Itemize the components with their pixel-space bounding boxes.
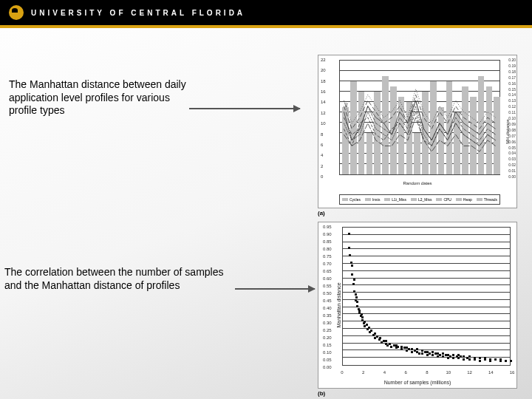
- chart-a-ytick-right: 0.10: [508, 116, 516, 120]
- chart-a-legend: CyclesInstsL1i_MissL2_MissCPUHeapThreads: [339, 194, 500, 205]
- chart-a-ytick-right: 0.14: [508, 92, 516, 97]
- chart-a-ytick-right: 0.07: [508, 134, 516, 138]
- chart-b-xtick: 0: [341, 370, 343, 375]
- chart-b-xtick: 12: [467, 370, 472, 375]
- chart-a-ytick-right: 0.03: [508, 157, 516, 161]
- slide-content: The Manhattan distance between daily app…: [0, 28, 532, 396]
- chart-a-ytick-right: 0.00: [508, 174, 516, 179]
- chart-a-plot: [339, 60, 500, 175]
- chart-b-xtick: 4: [383, 370, 386, 375]
- chart-b-xtick: 6: [405, 370, 407, 375]
- chart-a-ytick-right: 0.09: [508, 122, 516, 126]
- chart-a-ytick-right: 0.06: [508, 140, 516, 144]
- chart-a-ytick-right: 0.02: [508, 163, 516, 167]
- chart-a-ytick-left: 2: [321, 164, 323, 168]
- chart-a-ytick-right: 0.04: [508, 151, 516, 155]
- chart-a-ytick-right: 0.11: [508, 110, 516, 115]
- chart-a-ytick-left: 4: [321, 153, 323, 157]
- chart-a-ytick-left: 8: [321, 132, 323, 137]
- chart-a-ytick-right: 0.12: [508, 104, 516, 109]
- chart-a-ytick-right: 0.20: [508, 58, 516, 62]
- chart-a-ytick-left: 22: [321, 58, 326, 62]
- university-name: UNIVERSITY OF CENTRAL FLORIDA: [31, 9, 245, 17]
- chart-a-ytick-left: 16: [321, 89, 326, 94]
- legend-item: Cycles: [342, 197, 361, 202]
- legend-item: CPU: [436, 197, 451, 202]
- chart-b-label: (b): [318, 390, 325, 397]
- caption-bottom: The correlation between the number of sa…: [4, 266, 233, 292]
- header-bar: UNIVERSITY OF CENTRAL FLORIDA: [0, 0, 532, 28]
- chart-a-ytick-left: 20: [321, 68, 326, 72]
- chart-a-ytick-left: 0: [321, 174, 323, 179]
- chart-a-ytick-left: 10: [321, 121, 326, 126]
- chart-a-label: (a): [318, 210, 325, 216]
- chart-a-ytick-right: 0.16: [508, 81, 516, 86]
- arrow-icon: [235, 288, 315, 290]
- chart-a-ytick-left: 18: [321, 79, 326, 83]
- arrow-icon: [189, 108, 300, 109]
- chart-a-ytick-right: 0.19: [508, 64, 516, 68]
- ucf-logo-icon: [9, 5, 24, 20]
- chart-a-ytick-right: 0.17: [508, 75, 516, 80]
- chart-b-xtick: 14: [488, 370, 494, 375]
- legend-item: Insts: [365, 197, 381, 202]
- chart-a-ytick-left: 12: [321, 111, 326, 115]
- chart-a-ytick-right: 0.13: [508, 98, 516, 103]
- chart-b: Manhattan distance Number of samples (mi…: [318, 222, 517, 389]
- legend-item: Threads: [477, 197, 497, 202]
- chart-a-ytick-right: 0.15: [508, 87, 516, 92]
- legend-item: L2_Miss: [411, 197, 432, 202]
- chart-a-xlabel: Random dates: [318, 181, 516, 185]
- chart-a: Number of samples (millions) MH distance…: [318, 55, 517, 208]
- chart-b-xtick: 8: [426, 370, 428, 375]
- chart-b-xtick: 10: [446, 370, 451, 375]
- chart-b-xtick: 16: [510, 370, 515, 375]
- legend-item: L1i_Miss: [384, 197, 406, 202]
- chart-b-xtick: 2: [362, 370, 364, 375]
- legend-item: Heap: [456, 197, 472, 202]
- chart-a-ytick-right: 0.08: [508, 128, 516, 132]
- chart-a-ytick-right: 0.05: [508, 146, 516, 150]
- chart-a-ytick-left: 14: [321, 100, 326, 104]
- chart-a-ytick-left: 6: [321, 143, 323, 147]
- chart-a-ytick-right: 0.01: [508, 168, 516, 173]
- chart-a-ytick-right: 0.18: [508, 69, 516, 74]
- caption-top: The Manhattan distance between daily app…: [9, 78, 186, 117]
